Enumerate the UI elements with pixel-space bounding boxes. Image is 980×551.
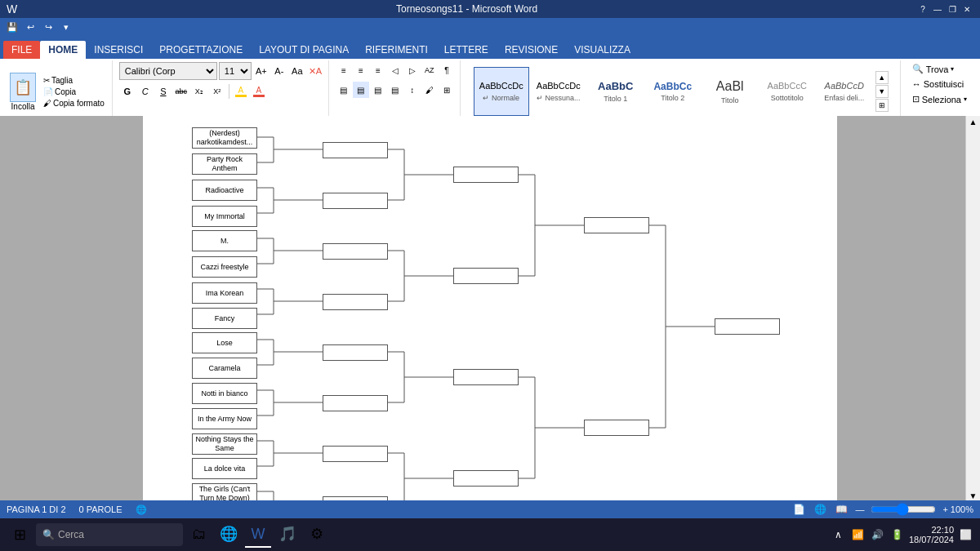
- seleziona-button[interactable]: ⊡ Seleziona ▾: [907, 92, 972, 106]
- search-placeholder: Cerca: [58, 529, 84, 540]
- bracket-song-10: Caramela: [192, 358, 257, 379]
- superscript-button[interactable]: X²: [209, 83, 225, 100]
- tab-revisione[interactable]: REVISIONE: [497, 41, 566, 59]
- lang-icon[interactable]: 🌐: [136, 504, 147, 515]
- zoom-percent: + 100%: [942, 504, 973, 514]
- show-marks-button[interactable]: ¶: [439, 62, 455, 78]
- multilevel-button[interactable]: ≡: [370, 62, 386, 78]
- style-titolo1[interactable]: AaBbC Titolo 1: [588, 67, 644, 116]
- close-button[interactable]: ✕: [960, 2, 973, 16]
- styles-scroll-up[interactable]: ▲: [875, 71, 889, 84]
- paste-button[interactable]: 📋 Incolla: [8, 71, 38, 113]
- copy-button[interactable]: 📄 Copia: [41, 87, 107, 97]
- align-center-button[interactable]: ▤: [353, 82, 369, 98]
- numbering-button[interactable]: ≡: [353, 62, 369, 78]
- subscript-button[interactable]: X₂: [191, 83, 207, 100]
- style-sottotitolo[interactable]: AaBbCcC Sottotitolo: [760, 67, 815, 116]
- clipboard-small-buttons: ✂ Taglia 📄 Copia 🖌 Copia formato: [41, 75, 107, 109]
- font-name-select[interactable]: Calibri (Corp: [119, 62, 217, 80]
- styles-scroll-down[interactable]: ▼: [875, 85, 889, 98]
- line-spacing-button[interactable]: ↕: [404, 82, 421, 98]
- italic-button[interactable]: C: [137, 83, 154, 100]
- justify-button[interactable]: ▤: [387, 82, 403, 98]
- zoom-label: —: [855, 504, 864, 514]
- highlight-button[interactable]: A: [233, 83, 249, 100]
- tab-riferimenti[interactable]: RIFERIMENTI: [357, 41, 436, 59]
- word-icon: W: [7, 2, 17, 16]
- print-layout-button[interactable]: 📄: [791, 502, 806, 517]
- tab-lettere[interactable]: LETTERE: [436, 41, 497, 59]
- style-enfasi[interactable]: AaBbCcD Enfasi deli...: [817, 67, 872, 116]
- r2-match3: [323, 243, 388, 260]
- tray-expand[interactable]: ∧: [831, 527, 847, 543]
- bracket-song-5: M.: [192, 230, 257, 251]
- read-view-button[interactable]: 📖: [834, 502, 849, 517]
- font-color-button[interactable]: A: [251, 83, 267, 100]
- format-painter-button[interactable]: 🖌 Copia formato: [41, 98, 107, 109]
- trova-button[interactable]: 🔍 Trova ▾: [907, 62, 960, 76]
- bullets-button[interactable]: ≡: [336, 62, 352, 78]
- tab-progettazione[interactable]: PROGETTAZIONE: [151, 41, 251, 59]
- taskbar-explorer[interactable]: 🗂: [186, 522, 212, 548]
- font-row2: G C S abc X₂ X² A A: [119, 83, 267, 100]
- clock[interactable]: 22:10 18/07/2024: [909, 525, 954, 544]
- shading-button[interactable]: 🖌: [421, 82, 438, 98]
- bracket-song-2: Party Rock Anthem: [192, 153, 257, 175]
- bracket-song-8: Fancy: [192, 308, 257, 329]
- font-content: Calibri (Corp 11 A+ A- Aa ✕A G C S abc X…: [119, 62, 323, 121]
- style-titolo[interactable]: AaBl Titolo: [702, 67, 758, 116]
- shrink-font-button[interactable]: A-: [271, 63, 287, 79]
- font-size-select[interactable]: 11: [219, 62, 252, 80]
- zoom-slider[interactable]: [871, 503, 936, 516]
- style-titolo2[interactable]: AaBbCc Titolo 2: [645, 67, 701, 116]
- cut-button[interactable]: ✂ Taglia: [41, 75, 107, 86]
- tab-visualizza[interactable]: VISUALIZZA: [566, 41, 639, 59]
- scroll-down-icon[interactable]: ▼: [969, 491, 978, 500]
- tab-file[interactable]: FILE: [3, 41, 40, 59]
- undo-button[interactable]: ↩: [23, 20, 38, 34]
- taskbar-search[interactable]: 🔍 Cerca: [36, 523, 183, 546]
- increase-indent-button[interactable]: ▷: [404, 62, 421, 78]
- customize-button[interactable]: ▾: [59, 20, 74, 34]
- taskbar-word[interactable]: W: [245, 522, 271, 548]
- right-sidebar: ▲ ▼: [965, 116, 980, 500]
- style-nessuna[interactable]: AaBbCcDc ↵ Nessuna...: [531, 67, 586, 116]
- strikethrough-button[interactable]: abc: [173, 83, 189, 100]
- taskbar-spotify[interactable]: 🎵: [274, 522, 301, 548]
- tab-inserisci[interactable]: INSERISCI: [86, 41, 151, 59]
- grow-font-button[interactable]: A+: [253, 63, 270, 79]
- restore-button[interactable]: ❐: [946, 2, 959, 16]
- save-button[interactable]: 💾: [5, 20, 20, 34]
- start-button[interactable]: ⊞: [7, 522, 33, 548]
- doc-area: (Nerdest) narkotikamdest... Party Rock A…: [0, 116, 980, 500]
- tray-battery[interactable]: 🔋: [889, 527, 906, 543]
- styles-content: AaBbCcDc ↵ Normale AaBbCcDc ↵ Nessuna...…: [474, 62, 889, 121]
- taskbar-settings[interactable]: ⚙: [304, 522, 330, 548]
- sostituisci-button[interactable]: ↔ Sostituisci: [907, 78, 969, 91]
- taskbar-chrome[interactable]: 🌐: [216, 522, 242, 548]
- help-button[interactable]: ?: [916, 2, 929, 16]
- bold-button[interactable]: G: [119, 83, 136, 100]
- show-desktop[interactable]: ⬜: [957, 527, 973, 543]
- minimize-button[interactable]: —: [931, 2, 944, 16]
- align-left-button[interactable]: ▤: [336, 82, 352, 98]
- style-normale[interactable]: AaBbCcDc ↵ Normale: [474, 67, 529, 116]
- tray-volume[interactable]: 🔊: [870, 527, 886, 543]
- clear-format-button[interactable]: ✕A: [307, 63, 323, 79]
- decrease-indent-button[interactable]: ◁: [387, 62, 403, 78]
- tab-layout[interactable]: LAYOUT DI PAGINA: [251, 41, 357, 59]
- bracket-song-1: (Nerdest) narkotikamdest...: [192, 127, 257, 149]
- underline-button[interactable]: S: [155, 83, 172, 100]
- styles-expand[interactable]: ⊞: [875, 99, 889, 112]
- change-case-button[interactable]: Aa: [289, 63, 305, 79]
- r2-match4: [323, 294, 388, 310]
- align-right-button[interactable]: ▤: [370, 82, 386, 98]
- web-view-button[interactable]: 🌐: [813, 502, 827, 517]
- tab-home[interactable]: HOME: [40, 41, 86, 59]
- scroll-up-icon[interactable]: ▲: [969, 118, 978, 127]
- redo-button[interactable]: ↪: [41, 20, 56, 34]
- paste-label: Incolla: [11, 102, 35, 111]
- border-button[interactable]: ⊞: [439, 82, 455, 98]
- sort-button[interactable]: AZ: [421, 62, 438, 78]
- tray-network[interactable]: 📶: [850, 527, 866, 543]
